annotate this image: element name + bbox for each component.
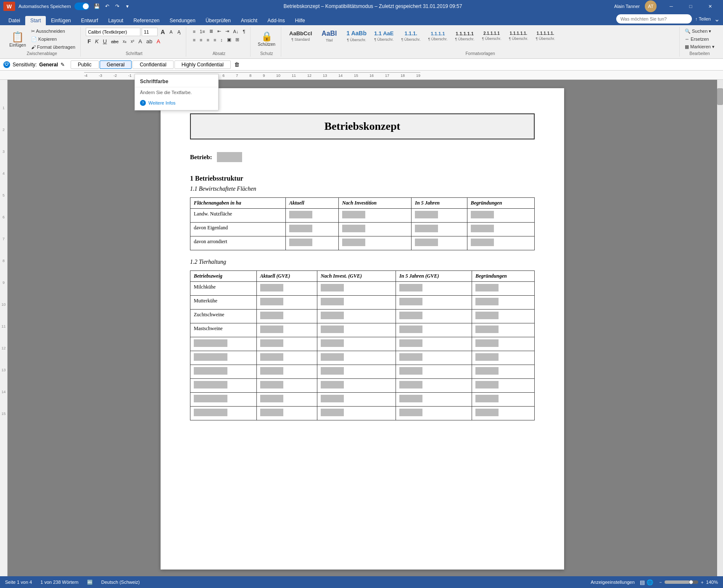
cut-button[interactable]: ✂ Ausschneiden	[29, 28, 77, 35]
tab-datei[interactable]: Datei	[3, 16, 25, 25]
row-cell[interactable]	[396, 310, 472, 323]
row-cell[interactable]	[256, 393, 317, 407]
row-cell[interactable]	[317, 282, 396, 296]
row-cell[interactable]	[467, 236, 534, 250]
copy-button[interactable]: 📄 Kopieren	[29, 36, 77, 43]
view-print-button[interactable]: ▤	[640, 579, 645, 585]
align-left-button[interactable]: ≡	[191, 37, 197, 43]
row-cell[interactable]	[338, 236, 412, 250]
find-button[interactable]: 🔍 Suchen ▾	[683, 28, 716, 35]
sensitivity-tab-public[interactable]: Public	[71, 60, 99, 69]
tab-layout[interactable]: Layout	[103, 16, 128, 25]
row-cell[interactable]	[317, 393, 396, 407]
row-cell[interactable]	[412, 209, 467, 223]
style-h4[interactable]: 1.1.1.1 ¶ Überschr.	[425, 29, 450, 42]
italic-button[interactable]: K	[93, 37, 100, 45]
tab-sendungen[interactable]: Sendungen	[165, 16, 201, 25]
text-effect-button[interactable]: A	[137, 37, 144, 45]
row-cell[interactable]	[256, 296, 317, 310]
style-title[interactable]: AaBl Titel	[317, 28, 342, 44]
highlight-button[interactable]: ab	[145, 37, 154, 45]
clear-format-button[interactable]: A̧	[176, 29, 182, 36]
row-cell[interactable]	[317, 365, 396, 379]
tab-ueberpruefen[interactable]: Überprüfen	[201, 16, 236, 25]
align-right-button[interactable]: ≡	[205, 37, 211, 43]
row-cell[interactable]	[472, 365, 534, 379]
decrease-indent-button[interactable]: ⇤	[216, 28, 223, 35]
row-label[interactable]	[190, 365, 257, 379]
row-cell[interactable]	[412, 223, 467, 236]
protect-button[interactable]: 🔒 Schützen	[256, 28, 277, 50]
row-cell[interactable]	[396, 282, 472, 296]
row-cell[interactable]	[412, 236, 467, 250]
superscript-button[interactable]: x²	[129, 38, 136, 45]
row-cell[interactable]	[472, 282, 534, 296]
style-h6[interactable]: 2.1.1.1.1 ¶ Überschr.	[479, 29, 504, 42]
row-cell[interactable]	[396, 351, 472, 365]
increase-indent-button[interactable]: ⇥	[224, 28, 231, 35]
row-cell[interactable]	[317, 296, 396, 310]
row-label[interactable]	[190, 337, 257, 351]
font-name-input[interactable]: Calibri (Textkörper)	[86, 28, 140, 36]
row-cell[interactable]	[256, 351, 317, 365]
style-h7[interactable]: 1.1.1.1.1. ¶ Überschr.	[506, 29, 531, 42]
row-cell[interactable]	[396, 337, 472, 351]
style-h8[interactable]: 1.1.1.1.1. ¶ Überschr.	[533, 29, 558, 42]
subscript-button[interactable]: x₂	[121, 38, 128, 45]
select-button[interactable]: ▦ Markieren ▾	[683, 43, 716, 50]
undo-icon[interactable]: ↶	[103, 2, 111, 10]
align-center-button[interactable]: ≡	[198, 37, 204, 43]
strikethrough-button[interactable]: abc	[109, 38, 120, 45]
bold-button[interactable]: F	[86, 37, 92, 45]
row-cell[interactable]	[317, 351, 396, 365]
style-standard[interactable]: AaBbCcI ¶ Standard	[286, 29, 315, 43]
row-cell[interactable]	[472, 323, 534, 337]
bullets-button[interactable]: ≡	[191, 28, 197, 35]
row-cell[interactable]	[256, 337, 317, 351]
format-paint-button[interactable]: 🖌 Format übertragen	[29, 44, 77, 50]
row-label[interactable]	[190, 407, 257, 420]
zoom-out-button[interactable]: －	[658, 579, 663, 585]
row-cell[interactable]	[285, 209, 338, 223]
font-shrink-button[interactable]: A	[168, 29, 174, 35]
borders-button[interactable]: ⊞	[234, 36, 241, 43]
style-h5[interactable]: 1.1.1.1.1 ¶ Überschr.	[452, 29, 477, 42]
show-marks-button[interactable]: ¶	[241, 28, 247, 35]
row-cell[interactable]	[472, 351, 534, 365]
underline-button[interactable]: U	[101, 37, 108, 45]
expand-ribbon-button[interactable]: ⌄	[714, 15, 720, 23]
row-cell[interactable]	[256, 407, 317, 420]
search-input[interactable]	[616, 14, 692, 24]
close-button[interactable]: ✕	[700, 0, 720, 13]
row-cell[interactable]	[285, 236, 338, 250]
maximize-button[interactable]: □	[681, 0, 700, 13]
row-cell[interactable]	[472, 379, 534, 393]
row-cell[interactable]	[396, 379, 472, 393]
multilevel-button[interactable]: ≣	[208, 28, 215, 35]
row-cell[interactable]	[396, 296, 472, 310]
more-icon[interactable]: ▾	[123, 2, 132, 10]
row-cell[interactable]	[317, 310, 396, 323]
font-grow-button[interactable]: A	[159, 28, 166, 36]
row-label[interactable]	[190, 351, 257, 365]
betrieb-value[interactable]	[217, 152, 242, 162]
font-size-input[interactable]: 11	[142, 28, 158, 36]
sensitivity-tab-highly-confidential[interactable]: Highly Confidential	[174, 60, 231, 69]
row-cell[interactable]	[467, 223, 534, 236]
zoom-in-button[interactable]: ＋	[700, 579, 705, 585]
font-color-button[interactable]: A	[155, 37, 162, 45]
minimize-button[interactable]: ─	[662, 0, 681, 13]
paste-button[interactable]: 📋 Einfügen	[7, 28, 29, 50]
sensitivity-delete-button[interactable]: 🗑	[232, 60, 242, 69]
row-cell[interactable]	[472, 407, 534, 420]
row-cell[interactable]	[396, 393, 472, 407]
save-icon[interactable]: 💾	[93, 2, 101, 10]
tab-referenzen[interactable]: Referenzen	[128, 16, 164, 25]
tab-entwurf[interactable]: Entwurf	[76, 16, 103, 25]
row-cell[interactable]	[396, 323, 472, 337]
sensitivity-tab-confidential[interactable]: Confidential	[132, 60, 173, 69]
shading-button[interactable]: ▣	[225, 36, 233, 43]
row-label[interactable]	[190, 393, 257, 407]
tab-ansicht[interactable]: Ansicht	[236, 16, 262, 25]
row-cell[interactable]	[338, 223, 412, 236]
